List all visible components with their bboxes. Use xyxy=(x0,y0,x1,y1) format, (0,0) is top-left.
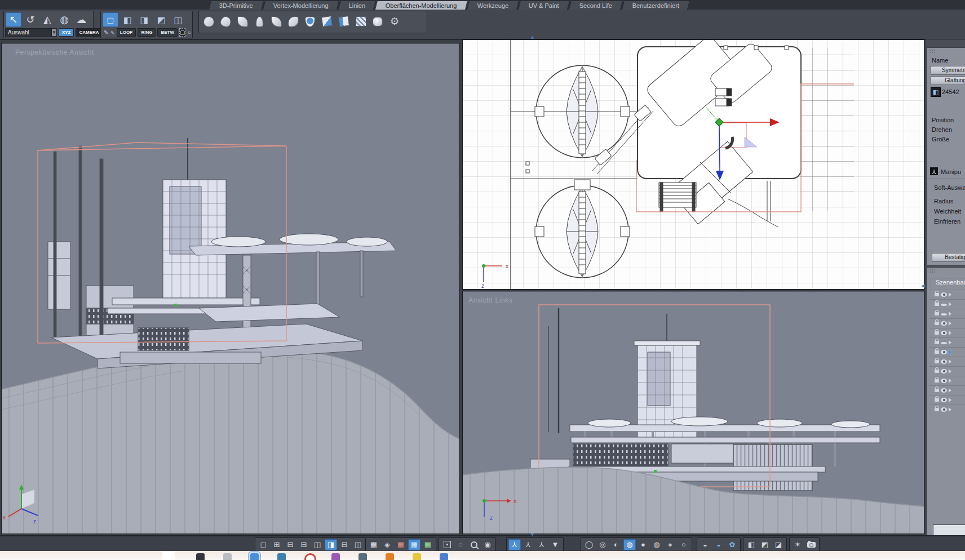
mode-face-icon[interactable]: ◩ xyxy=(153,12,169,27)
expand-triangle-icon[interactable] xyxy=(949,292,951,297)
expand-triangle-icon[interactable] xyxy=(949,388,951,393)
manip-move-icon[interactable]: Y xyxy=(522,539,534,550)
paint-select-icon[interactable]: ✎ xyxy=(104,29,108,36)
pillow-tool-icon[interactable] xyxy=(370,14,386,29)
taskbar-app-8[interactable] xyxy=(386,553,394,560)
mode-primitive-icon[interactable]: ◫ xyxy=(170,12,186,27)
scene-tree-row[interactable] xyxy=(929,347,965,357)
layout-v-split-icon[interactable]: ◫ xyxy=(352,539,364,550)
tab-oberflächen-modellierung[interactable]: Oberflächen-Modellierung xyxy=(375,1,468,10)
xyz-button[interactable]: XYZ xyxy=(59,28,74,37)
eye-open-icon[interactable] xyxy=(941,379,947,383)
render-sphere-icon[interactable]: ✶ xyxy=(791,539,804,550)
shade-wireframe-icon[interactable]: ◯ xyxy=(583,539,595,550)
fit-view-icon[interactable] xyxy=(441,539,453,550)
layout-h-split-icon[interactable]: ⊟ xyxy=(338,539,351,550)
cube-pair-icon[interactable]: ◪ xyxy=(772,539,785,550)
deform-wave-icon[interactable] xyxy=(234,14,250,29)
curve-select-icon[interactable]: ∿ xyxy=(110,29,114,36)
lock-icon[interactable] xyxy=(935,379,939,383)
layout-quad-icon[interactable]: ⊞ xyxy=(271,539,283,550)
tab-werkzeuge[interactable]: Werkzeuge xyxy=(467,1,519,10)
tab-3d-primitive[interactable]: 3D-Primitive xyxy=(209,1,264,10)
lock-icon[interactable] xyxy=(935,312,939,315)
layout-one-plus-two-icon[interactable]: ◨ xyxy=(325,539,337,550)
show-half-blue-icon[interactable]: ◒ xyxy=(712,539,725,550)
scene-tree-row[interactable] xyxy=(929,405,965,414)
taskbar-app-4[interactable] xyxy=(277,553,286,560)
extrude-tool-icon[interactable] xyxy=(319,14,335,29)
sphere-lasso-tool-icon[interactable]: ◍ xyxy=(56,12,72,27)
taskbar-app-6[interactable] xyxy=(331,553,340,560)
scene-tree-row[interactable] xyxy=(929,395,965,405)
grid-xz-plane-icon[interactable]: ▦ xyxy=(395,539,407,550)
eye-open-icon[interactable] xyxy=(941,331,947,335)
shade-matte-icon[interactable]: ● xyxy=(664,539,676,550)
shade-smooth-wire-icon[interactable]: ◍ xyxy=(650,539,663,550)
shade-smooth-icon[interactable]: ● xyxy=(637,539,649,550)
camera-snapshot-icon[interactable] xyxy=(805,539,817,550)
layout-top-split-icon[interactable]: ⊟ xyxy=(298,539,310,550)
cube-solid-icon[interactable]: ◧ xyxy=(745,539,758,550)
settings-gear-icon[interactable]: ⚙ xyxy=(387,14,402,29)
shade-flat-icon[interactable]: ◐ xyxy=(610,539,622,550)
scene-tree-row[interactable] xyxy=(929,376,965,385)
zoom-view-icon[interactable] xyxy=(468,539,480,550)
scene-tree-row[interactable] xyxy=(929,385,965,395)
scene-tree-row[interactable] xyxy=(929,318,965,328)
taskbar-app-5[interactable] xyxy=(304,553,316,560)
manip-drop-icon[interactable]: ▼ xyxy=(549,539,561,550)
tab-second-life[interactable]: Second Life xyxy=(569,1,623,10)
expand-triangle-icon[interactable] xyxy=(949,312,951,316)
viewport-left-elevation[interactable]: Ansicht Links xyxy=(462,291,924,534)
expand-triangle-icon[interactable] xyxy=(949,359,951,364)
grid-lock-icon[interactable]: ◈ xyxy=(381,539,393,550)
lock-icon[interactable] xyxy=(935,303,939,306)
taskbar-app-9[interactable] xyxy=(413,553,421,560)
confirm-button[interactable]: Bestätige xyxy=(932,253,965,262)
ellipse-select-icon[interactable]: ○ xyxy=(187,29,191,36)
eye-closed-icon[interactable] xyxy=(941,313,947,315)
eye-open-icon[interactable] xyxy=(941,321,947,326)
taskbar-app-1[interactable] xyxy=(196,553,205,560)
scene-tree-tab[interactable]: Szenenbau xyxy=(931,278,965,287)
orbit-view-icon[interactable]: ◌ xyxy=(454,539,467,550)
eye-open-icon[interactable] xyxy=(941,350,947,354)
deform-vase-icon[interactable] xyxy=(251,14,267,29)
split-tool-icon[interactable] xyxy=(336,14,352,29)
lock-icon[interactable] xyxy=(935,341,939,344)
eye-open-icon[interactable] xyxy=(941,369,947,374)
taskbar-app-10[interactable] xyxy=(440,553,448,560)
cube-shaded-icon[interactable]: ◩ xyxy=(759,539,771,550)
layout-two-rows-icon[interactable]: ⊟ xyxy=(284,539,296,550)
deform-sail-icon[interactable] xyxy=(268,14,284,29)
scene-tree-row[interactable] xyxy=(929,366,965,376)
scene-tree-row[interactable] xyxy=(929,290,965,299)
scene-tree-row[interactable] xyxy=(929,357,965,366)
smoothing-button[interactable]: Glättung xyxy=(931,76,965,85)
expand-triangle-icon[interactable] xyxy=(949,321,951,326)
eye-open-icon[interactable] xyxy=(941,359,947,364)
scene-tree-row[interactable] xyxy=(929,337,965,347)
expand-triangle-icon[interactable] xyxy=(949,398,951,402)
lock-icon[interactable] xyxy=(935,322,939,325)
layout-two-cols-icon[interactable]: ◫ xyxy=(311,539,324,550)
eye-closed-icon[interactable] xyxy=(941,342,947,344)
lock-icon[interactable] xyxy=(935,350,939,354)
select-arrow-icon[interactable]: ↖ xyxy=(6,12,21,27)
deform-curl-icon[interactable] xyxy=(285,14,301,29)
selection-mode-dropdown[interactable]: Auswahl xyxy=(5,28,51,37)
grid-yz-plane-icon[interactable]: ▦ xyxy=(422,539,434,550)
lock-icon[interactable] xyxy=(935,408,939,411)
show-lower-half-icon[interactable]: ◒ xyxy=(699,539,711,550)
viewport-perspective[interactable]: Perspektivische Ansicht xyxy=(1,43,460,534)
mode-object-icon[interactable]: ◻ xyxy=(103,12,118,27)
symmetry-button[interactable]: Symmetrie xyxy=(931,66,965,75)
grid-edit-icon[interactable]: ▦ xyxy=(368,539,380,550)
camera-button[interactable]: CAMERA xyxy=(76,28,102,37)
manip-rotate-icon[interactable]: Y xyxy=(535,539,548,550)
dropdown-arrow-icon[interactable]: ▼ xyxy=(51,28,57,37)
taskbar-app-3[interactable] xyxy=(250,553,259,560)
lock-icon[interactable] xyxy=(935,389,939,392)
expand-triangle-icon[interactable] xyxy=(949,331,951,335)
